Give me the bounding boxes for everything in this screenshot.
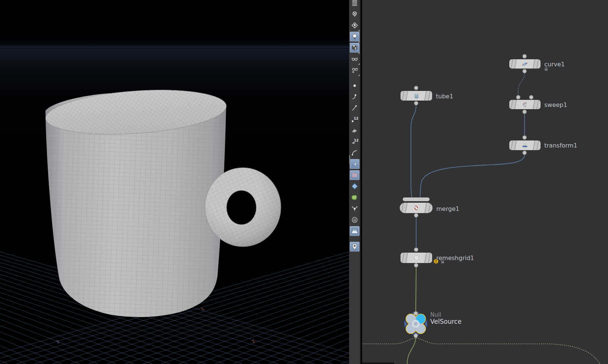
display-primitive-markers-button[interactable] <box>350 126 360 135</box>
display-normals-button[interactable] <box>350 159 360 169</box>
tool-menu-arrow-icon[interactable] <box>358 52 360 54</box>
display-handles-button[interactable] <box>350 242 360 251</box>
background-image-icon <box>351 227 358 235</box>
display-point-markers-button[interactable] <box>350 92 360 102</box>
point-hook-icon <box>351 93 358 101</box>
lock-badge-icon <box>544 67 548 71</box>
display-multiline-button[interactable] <box>350 215 360 225</box>
node-name-label: tube1 <box>436 93 453 100</box>
node-curve1[interactable] <box>509 59 541 69</box>
smooth-shaded-playback-button[interactable] <box>350 65 360 75</box>
node-remeshgrid1-output-connector[interactable] <box>414 263 418 268</box>
node-remeshgrid1[interactable] <box>400 253 432 263</box>
node-sweep1-input-connector[interactable] <box>529 95 533 99</box>
point-dot-icon <box>351 82 358 89</box>
display-point-normals-button[interactable] <box>350 103 360 113</box>
sweep-node-icon <box>522 101 528 108</box>
node-badges <box>544 67 548 71</box>
display-primitive-numbers-button[interactable]: 12 <box>350 137 360 146</box>
svg-text:12: 12 <box>354 117 358 120</box>
normal-lighting-button[interactable] <box>350 32 360 41</box>
node-curve1-input-connector[interactable] <box>523 54 527 58</box>
toolbar-tool-list: 1212 <box>349 0 360 252</box>
transform-node-icon-svg <box>522 142 528 149</box>
mug-handle[interactable] <box>205 168 281 247</box>
display-groups-button[interactable] <box>350 193 360 202</box>
node-tube1[interactable] <box>400 91 432 101</box>
tool-menu-arrow-icon[interactable] <box>358 29 360 31</box>
display-connectivity-button[interactable] <box>350 204 360 213</box>
display-options-menu-button[interactable] <box>350 0 360 8</box>
node-transform1-input-connector[interactable] <box>523 136 527 140</box>
node-merge1-input-bar[interactable] <box>403 197 430 201</box>
node-velsource-input-connector[interactable] <box>414 311 418 316</box>
warning-badge-icon <box>434 259 438 264</box>
needle-icon <box>351 104 358 112</box>
node-tube1-input-connector[interactable] <box>414 86 418 90</box>
node-velsource-output-connector[interactable] <box>414 334 418 338</box>
profile-curve-icon <box>351 149 358 156</box>
num12-prim-icon: 12 <box>351 138 358 145</box>
bulb-off-icon <box>351 10 358 18</box>
node-sweep1-input-connector[interactable] <box>516 95 520 99</box>
menu-lines-icon <box>351 0 358 7</box>
curve-node-icon <box>522 61 528 67</box>
display-point-numbers-button[interactable]: 12 <box>350 114 360 124</box>
glasses-play-icon <box>351 66 358 74</box>
node-name-label: sweep1 <box>544 101 567 108</box>
3d-viewport[interactable]: 212 <box>0 0 349 364</box>
display-textures-button[interactable] <box>350 170 360 180</box>
node-type-label: Null <box>430 311 441 318</box>
pin-icon <box>351 243 358 250</box>
node-name-label: VelSource <box>430 318 462 325</box>
headlight-only-button[interactable] <box>350 20 360 30</box>
node-sweep1[interactable] <box>509 100 541 109</box>
node-tube1-output-connector[interactable] <box>414 101 418 105</box>
tool-menu-arrow-icon[interactable] <box>358 41 360 42</box>
no-lighting-button[interactable] <box>350 9 360 19</box>
bulb-diamond-icon <box>351 22 358 29</box>
network-editor[interactable]: curve1tube1sweep1transform1merge1remeshg… <box>362 0 608 364</box>
smooth-shaded-button[interactable] <box>350 54 360 64</box>
group-blob-icon <box>351 194 358 201</box>
display-profiles-button[interactable] <box>350 148 360 158</box>
tube-node-icon <box>413 92 420 99</box>
merge-node-icon <box>413 205 419 211</box>
node-name-label: transform1 <box>544 142 577 149</box>
curve-node-icon-svg <box>522 61 528 67</box>
bulb-icon <box>351 33 358 40</box>
glasses-icon <box>351 55 358 63</box>
remesh-node-icon-svg <box>413 254 420 261</box>
node-merge1-output-connector[interactable] <box>414 213 418 218</box>
node-curve1-output-connector[interactable] <box>523 69 527 73</box>
mug-model[interactable] <box>0 0 349 364</box>
tool-menu-arrow-icon[interactable] <box>358 63 360 65</box>
node-transform1[interactable] <box>509 140 541 150</box>
netview-edge-strip <box>362 363 394 364</box>
node-name-label: merge1 <box>436 205 459 212</box>
high-quality-shading-button[interactable] <box>350 43 360 53</box>
nodes-layer: curve1tube1sweep1transform1merge1remeshg… <box>362 0 608 364</box>
merge-node-icon-svg <box>413 205 419 211</box>
sweep-node-icon-svg <box>522 101 528 108</box>
display-background-image-button[interactable] <box>350 226 360 236</box>
display-options-toolbar: 1212 <box>349 0 361 364</box>
node-badges <box>434 259 445 264</box>
display-uv-grid-button[interactable] <box>350 181 360 191</box>
lock-badge-icon <box>440 259 445 264</box>
node-merge1[interactable] <box>400 203 433 213</box>
pane-splitter-handle[interactable] <box>349 155 350 164</box>
num12-dot-icon: 12 <box>351 115 358 123</box>
transform-node-icon <box>522 142 528 149</box>
display-points-button[interactable] <box>350 81 360 91</box>
backface-icon <box>351 127 358 134</box>
checker-square-icon <box>351 171 358 179</box>
node-transform1-output-connector[interactable] <box>523 151 527 155</box>
node-sweep1-output-connector[interactable] <box>523 110 527 114</box>
multiline-circle-icon <box>351 216 358 224</box>
tool-menu-arrow-icon[interactable] <box>358 74 360 76</box>
tube-node-icon-svg <box>413 92 420 99</box>
node-remeshgrid1-input-connector[interactable] <box>414 248 418 252</box>
connectivity-icon <box>351 205 358 212</box>
svg-text:12: 12 <box>354 139 358 142</box>
